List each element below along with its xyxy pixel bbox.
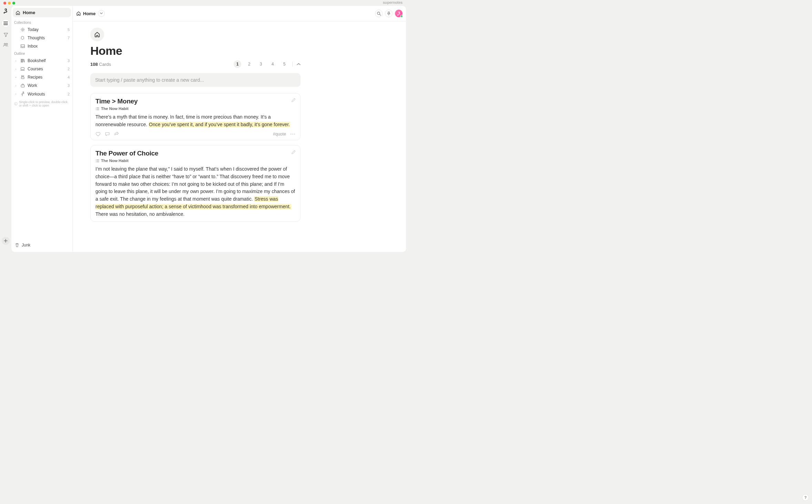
- comment-icon: [105, 132, 110, 137]
- trash-icon: [15, 243, 19, 248]
- sidebar-item-bookshelf[interactable]: › Bookshelf 3: [11, 57, 72, 65]
- content-scroll[interactable]: Home 108 Cards 1 2 3 4 5: [73, 21, 406, 226]
- sidebar-junk[interactable]: Junk: [11, 240, 72, 252]
- share-button[interactable]: [114, 132, 119, 137]
- card[interactable]: The Power of Choice The Now Habit I’m no…: [90, 145, 301, 222]
- chevron-right-icon[interactable]: ›: [14, 59, 18, 63]
- pager: 1 2 3 4 5: [234, 60, 301, 68]
- sidebar-item-count: 4: [68, 75, 70, 79]
- sidebar-item-thoughts[interactable]: Thoughts 7: [11, 34, 72, 42]
- close-window-icon[interactable]: [3, 2, 6, 4]
- chevron-up-icon: [297, 63, 301, 65]
- page-1[interactable]: 1: [234, 60, 241, 68]
- edit-button[interactable]: [291, 98, 296, 102]
- home-icon: [94, 31, 100, 38]
- page-icon: [90, 28, 104, 41]
- avatar-icon: [397, 11, 401, 16]
- sidebar-item-count: 5: [68, 28, 70, 32]
- comment-button[interactable]: [105, 132, 110, 137]
- sidebar-item-today[interactable]: Today 5: [11, 26, 72, 34]
- svg-point-11: [377, 12, 379, 14]
- sidebar-hint: Single-click to preview, double-click or…: [11, 98, 72, 107]
- breadcrumb[interactable]: Home: [76, 11, 95, 16]
- svg-rect-8: [21, 85, 24, 87]
- card-parent[interactable]: The Now Habit: [95, 107, 295, 111]
- app-logo-icon[interactable]: [3, 8, 8, 14]
- share-icon: [114, 132, 119, 137]
- plus-icon: [4, 239, 8, 243]
- page-title: Home: [90, 44, 301, 58]
- svg-point-13: [291, 134, 291, 134]
- pin-button[interactable]: [385, 10, 393, 17]
- recipes-icon: [20, 75, 25, 80]
- home-icon: [76, 11, 81, 16]
- svg-point-2: [6, 43, 7, 45]
- svg-rect-6: [21, 68, 24, 70]
- sidebar-item-label: Work: [28, 83, 37, 88]
- sidebar-home-label: Home: [23, 10, 35, 15]
- sidebar-item-label: Thoughts: [28, 36, 45, 40]
- sidebar-item-recipes[interactable]: ● Recipes 4: [11, 73, 72, 81]
- filter-button[interactable]: [3, 32, 8, 37]
- card-title: Time > Money: [95, 98, 295, 105]
- inbox-icon: [20, 44, 25, 48]
- menu-icon: [3, 21, 8, 25]
- sidebar-junk-label: Junk: [22, 243, 30, 248]
- sidebar-item-count: 3: [68, 59, 70, 63]
- pin-icon: [387, 11, 391, 16]
- collapse-button[interactable]: [297, 63, 301, 65]
- brain-icon: [20, 36, 25, 40]
- maximize-window-icon[interactable]: [12, 2, 15, 4]
- chevron-right-icon[interactable]: ›: [14, 67, 18, 71]
- card[interactable]: Time > Money The Now Habit There’s a myt…: [90, 93, 301, 140]
- card-footer: #quote: [95, 132, 295, 137]
- sun-icon: [20, 27, 25, 32]
- page-5[interactable]: 5: [281, 60, 288, 68]
- search-button[interactable]: [375, 10, 383, 17]
- info-icon: [14, 102, 18, 105]
- page-4[interactable]: 4: [269, 60, 276, 68]
- sidebar-item-label: Recipes: [28, 75, 42, 80]
- page-2[interactable]: 2: [245, 60, 253, 68]
- sidebar-item-label: Inbox: [28, 44, 38, 49]
- card-parent-label: The Now Habit: [101, 159, 129, 163]
- sidebar-item-workouts[interactable]: › Workouts 2: [11, 90, 72, 98]
- breadcrumb-dropdown[interactable]: [98, 10, 105, 17]
- sidebar-item-label: Today: [28, 27, 39, 32]
- sidebar-home[interactable]: Home: [13, 8, 71, 17]
- more-icon: [290, 133, 295, 135]
- edit-button[interactable]: [291, 150, 296, 154]
- like-button[interactable]: [95, 132, 101, 137]
- svg-point-15: [294, 134, 295, 134]
- sidebar-item-count: 2: [68, 92, 70, 96]
- sidebar-item-work[interactable]: › Work 3: [11, 81, 72, 90]
- sidebar-item-count: 3: [68, 83, 70, 88]
- people-button[interactable]: [3, 42, 9, 47]
- pencil-icon: [291, 150, 296, 154]
- bullet-icon: ●: [14, 76, 18, 78]
- pencil-icon: [291, 98, 296, 102]
- filter-icon: [3, 32, 8, 37]
- window-controls[interactable]: [3, 2, 15, 4]
- rail: [0, 6, 11, 252]
- sidebar-section-collections: Collections: [11, 19, 72, 26]
- minimize-window-icon[interactable]: [8, 2, 11, 4]
- run-icon: [20, 91, 25, 97]
- svg-point-1: [4, 43, 5, 45]
- add-button[interactable]: [2, 237, 10, 245]
- card-parent[interactable]: The Now Habit: [95, 159, 295, 163]
- card-tag[interactable]: #quote: [273, 132, 286, 137]
- chevron-right-icon[interactable]: ›: [14, 92, 18, 96]
- page-3[interactable]: 3: [257, 60, 265, 68]
- more-button[interactable]: [290, 133, 295, 135]
- menu-button[interactable]: [2, 19, 10, 27]
- sidebar-item-label: Courses: [28, 67, 43, 71]
- chevron-right-icon[interactable]: ›: [14, 84, 18, 88]
- sidebar-item-count: 7: [68, 36, 70, 40]
- avatar[interactable]: [395, 10, 403, 17]
- sidebar-item-courses[interactable]: › Courses 2: [11, 65, 72, 73]
- new-card-input[interactable]: Start typing / paste anything to create …: [90, 73, 301, 87]
- sidebar-item-inbox[interactable]: Inbox: [11, 42, 72, 50]
- svg-point-9: [23, 92, 24, 93]
- heart-icon: [95, 132, 101, 137]
